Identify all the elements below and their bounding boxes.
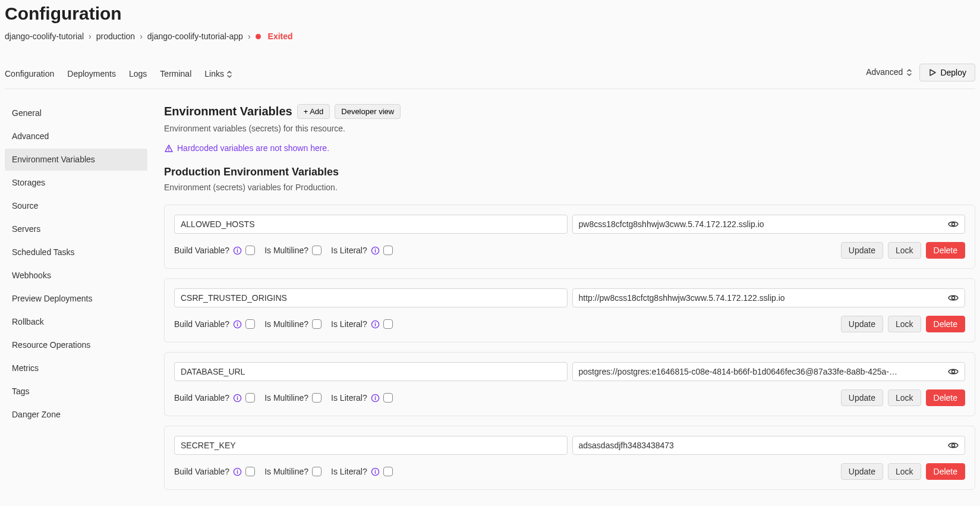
build-variable-checkbox[interactable] bbox=[245, 467, 255, 476]
tab-terminal[interactable]: Terminal bbox=[160, 62, 191, 89]
is-multiline-label: Is Multiline? bbox=[264, 244, 308, 257]
reveal-value-button[interactable] bbox=[946, 438, 960, 452]
lock-button[interactable]: Lock bbox=[888, 463, 921, 480]
eye-icon bbox=[947, 218, 959, 230]
build-variable-checkbox[interactable] bbox=[245, 246, 255, 255]
env-key-input[interactable] bbox=[174, 215, 568, 234]
reveal-value-button[interactable] bbox=[946, 217, 960, 231]
sidebar-item-resource-operations[interactable]: Resource Operations bbox=[5, 334, 147, 356]
info-icon[interactable] bbox=[371, 320, 380, 329]
reveal-value-button[interactable] bbox=[946, 364, 960, 379]
breadcrumb-item[interactable]: django-coolify-tutorial-app bbox=[147, 30, 243, 43]
tab-links-label: Links bbox=[204, 68, 224, 80]
sidebar-item-source[interactable]: Source bbox=[5, 195, 147, 217]
info-icon[interactable] bbox=[371, 467, 380, 476]
update-button[interactable]: Update bbox=[841, 242, 883, 259]
is-literal-label: Is Literal? bbox=[331, 466, 367, 478]
env-section-subtitle: Environment variables (secrets) for this… bbox=[164, 122, 975, 135]
eye-icon bbox=[947, 439, 959, 451]
play-icon bbox=[928, 68, 937, 77]
env-var-card: Build Variable? Is Multiline? Is Literal… bbox=[164, 426, 975, 490]
sidebar-item-metrics[interactable]: Metrics bbox=[5, 357, 147, 379]
env-value-input[interactable] bbox=[572, 215, 966, 234]
reveal-value-button[interactable] bbox=[946, 291, 960, 305]
build-variable-checkbox[interactable] bbox=[245, 319, 255, 329]
lock-button[interactable]: Lock bbox=[888, 316, 921, 332]
env-var-card: Build Variable? Is Multiline? Is Literal… bbox=[164, 205, 975, 269]
sidebar-item-scheduled-tasks[interactable]: Scheduled Tasks bbox=[5, 241, 147, 263]
env-key-input[interactable] bbox=[174, 436, 568, 455]
tab-deployments[interactable]: Deployments bbox=[67, 62, 116, 89]
deploy-button[interactable]: Deploy bbox=[919, 64, 975, 81]
advanced-label: Advanced bbox=[866, 66, 903, 78]
env-key-input[interactable] bbox=[174, 362, 568, 381]
sidebar-item-rollback[interactable]: Rollback bbox=[5, 311, 147, 333]
info-icon[interactable] bbox=[233, 246, 242, 255]
is-literal-checkbox[interactable] bbox=[383, 319, 393, 329]
breadcrumb: django-coolify-tutorial › production › d… bbox=[5, 30, 975, 43]
info-icon[interactable] bbox=[233, 394, 242, 403]
delete-button[interactable]: Delete bbox=[926, 463, 965, 480]
status-dot-icon bbox=[256, 34, 261, 39]
is-literal-label: Is Literal? bbox=[331, 244, 367, 257]
is-multiline-label: Is Multiline? bbox=[264, 392, 308, 404]
sidebar-item-storages[interactable]: Storages bbox=[5, 172, 147, 194]
info-icon[interactable] bbox=[371, 394, 380, 403]
sidebar-item-preview-deployments[interactable]: Preview Deployments bbox=[5, 288, 147, 310]
sidebar-item-tags[interactable]: Tags bbox=[5, 381, 147, 403]
is-literal-checkbox[interactable] bbox=[383, 246, 393, 255]
chevron-right-icon: › bbox=[89, 30, 92, 43]
svg-point-8 bbox=[374, 248, 376, 249]
env-key-input[interactable] bbox=[174, 288, 568, 307]
svg-point-29 bbox=[374, 469, 376, 470]
sidebar-item-webhooks[interactable]: Webhooks bbox=[5, 265, 147, 287]
lock-button[interactable]: Lock bbox=[888, 389, 921, 406]
is-multiline-checkbox[interactable] bbox=[312, 393, 322, 403]
is-multiline-checkbox[interactable] bbox=[312, 467, 322, 476]
delete-button[interactable]: Delete bbox=[926, 242, 965, 259]
hardcoded-warning[interactable]: Hardcoded variables are not shown here. bbox=[164, 142, 975, 155]
is-literal-checkbox[interactable] bbox=[383, 467, 393, 476]
env-var-card: Build Variable? Is Multiline? Is Literal… bbox=[164, 278, 975, 342]
hardcoded-warning-text: Hardcoded variables are not shown here. bbox=[177, 142, 329, 155]
developer-view-button[interactable]: Developer view bbox=[335, 104, 401, 119]
breadcrumb-item[interactable]: django-coolify-tutorial bbox=[5, 30, 84, 43]
build-variable-label: Build Variable? bbox=[174, 244, 229, 257]
lock-button[interactable]: Lock bbox=[888, 242, 921, 259]
delete-button[interactable]: Delete bbox=[926, 316, 965, 332]
build-variable-checkbox[interactable] bbox=[245, 393, 255, 403]
delete-button[interactable]: Delete bbox=[926, 389, 965, 406]
svg-point-26 bbox=[237, 469, 238, 470]
warning-icon bbox=[164, 144, 174, 153]
sidebar-item-environment-variables[interactable]: Environment Variables bbox=[5, 149, 147, 171]
is-multiline-checkbox[interactable] bbox=[312, 319, 322, 329]
is-multiline-checkbox[interactable] bbox=[312, 246, 322, 255]
svg-point-5 bbox=[237, 248, 238, 249]
update-button[interactable]: Update bbox=[841, 463, 883, 480]
tab-links[interactable]: Links bbox=[204, 62, 232, 89]
tab-logs[interactable]: Logs bbox=[129, 62, 147, 89]
chevron-updown-icon bbox=[906, 68, 912, 77]
info-icon[interactable] bbox=[371, 246, 380, 255]
svg-point-16 bbox=[952, 370, 955, 373]
info-icon[interactable] bbox=[233, 320, 242, 329]
sidebar-item-servers[interactable]: Servers bbox=[5, 218, 147, 240]
svg-point-12 bbox=[237, 322, 238, 323]
advanced-toggle[interactable]: Advanced bbox=[866, 66, 912, 78]
info-icon[interactable] bbox=[233, 467, 242, 476]
sidebar: General Advanced Environment Variables S… bbox=[5, 102, 147, 499]
sidebar-item-advanced[interactable]: Advanced bbox=[5, 125, 147, 147]
is-literal-checkbox[interactable] bbox=[383, 393, 393, 403]
env-value-input[interactable] bbox=[572, 362, 966, 381]
tab-configuration[interactable]: Configuration bbox=[5, 62, 54, 89]
breadcrumb-item[interactable]: production bbox=[96, 30, 135, 43]
env-value-input[interactable] bbox=[572, 436, 966, 455]
env-value-input[interactable] bbox=[572, 288, 966, 307]
svg-point-22 bbox=[374, 395, 376, 397]
update-button[interactable]: Update bbox=[841, 389, 883, 406]
sidebar-item-general[interactable]: General bbox=[5, 102, 147, 124]
add-env-button[interactable]: + Add bbox=[297, 104, 330, 119]
update-button[interactable]: Update bbox=[841, 316, 883, 332]
svg-point-9 bbox=[952, 297, 955, 300]
sidebar-item-danger-zone[interactable]: Danger Zone bbox=[5, 404, 147, 426]
